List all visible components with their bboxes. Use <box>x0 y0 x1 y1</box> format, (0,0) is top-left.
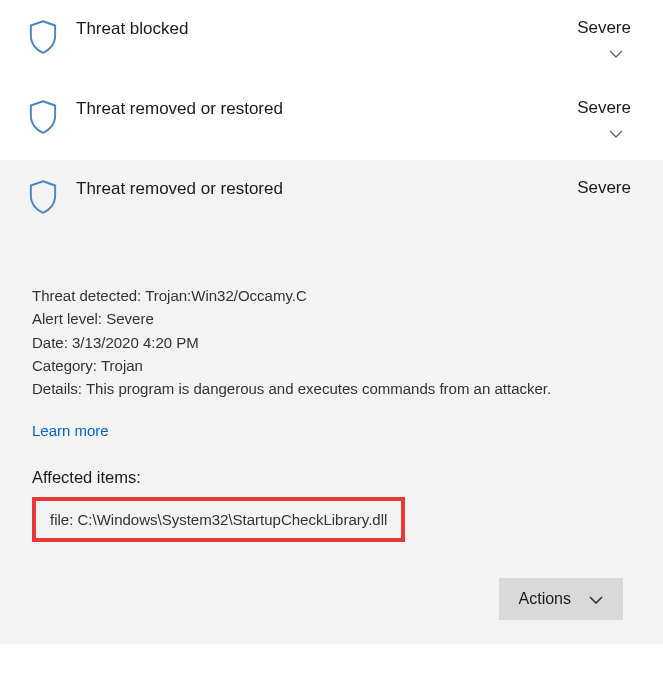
threat-title: Threat removed or restored <box>76 98 565 120</box>
threat-severity: Severe <box>577 178 635 198</box>
threat-title: Threat removed or restored <box>76 178 565 200</box>
shield-icon <box>28 178 64 214</box>
threat-severity: Severe <box>577 98 635 118</box>
detail-alert-level: Alert level: Severe <box>32 307 631 330</box>
threat-item-expanded: Threat removed or restored Severe Threat… <box>0 160 663 644</box>
affected-items-heading: Affected items: <box>32 468 631 487</box>
affected-file-path: file: C:\Windows\System32\StartupCheckLi… <box>50 511 387 528</box>
actions-button[interactable]: Actions <box>499 578 623 620</box>
learn-more-link[interactable]: Learn more <box>32 422 109 439</box>
chevron-down-icon[interactable] <box>609 118 635 142</box>
chevron-down-icon <box>589 590 603 608</box>
detail-description: Details: This program is dangerous and e… <box>32 377 631 400</box>
threat-item[interactable]: Threat blocked Severe <box>0 0 663 80</box>
threat-details: Threat detected: Trojan:Win32/Occamy.C A… <box>28 214 635 620</box>
chevron-down-icon[interactable] <box>609 38 635 62</box>
threat-severity: Severe <box>577 18 635 38</box>
shield-icon <box>28 18 64 62</box>
threat-header[interactable]: Threat removed or restored Severe <box>28 178 635 214</box>
detail-category: Category: Trojan <box>32 354 631 377</box>
threat-title: Threat blocked <box>76 18 565 40</box>
threat-history-panel: Threat blocked Severe Threat removed or … <box>0 0 663 644</box>
actions-button-label: Actions <box>519 590 571 608</box>
detail-threat-detected: Threat detected: Trojan:Win32/Occamy.C <box>32 284 631 307</box>
threat-item[interactable]: Threat removed or restored Severe <box>0 80 663 160</box>
shield-icon <box>28 98 64 142</box>
affected-items-highlight: file: C:\Windows\System32\StartupCheckLi… <box>32 497 405 542</box>
detail-date: Date: 3/13/2020 4:20 PM <box>32 331 631 354</box>
